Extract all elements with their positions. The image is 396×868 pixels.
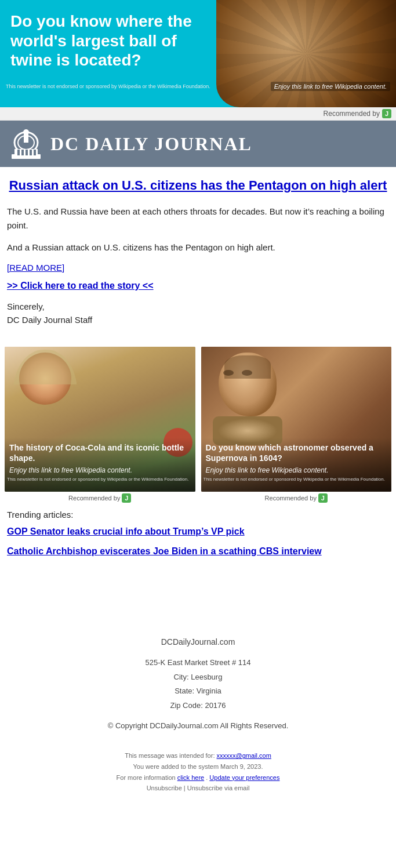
footer-spacer <box>0 576 396 623</box>
footer-click-here-link[interactable]: click here <box>177 774 204 781</box>
ad-card-1-image[interactable]: The history of Coca-Cola and its iconic … <box>5 347 195 492</box>
footer-address-line1: 525-K East Market Street # 114 <box>6 656 390 670</box>
article-title[interactable]: Russian attack on U.S. citizens has the … <box>7 177 389 194</box>
article-body1: The U.S. and Russia have been at each ot… <box>7 205 389 233</box>
trending-link-2[interactable]: Catholic Archbishop eviscerates Joe Bide… <box>7 545 389 558</box>
footer-info-line: For more information click here . Update… <box>6 772 390 783</box>
top-banner-headline: Do you know where the world's largest ba… <box>10 12 213 70</box>
ad-card-2-image[interactable]: Do you know which astronomer observed a … <box>201 347 392 492</box>
article-body2: And a Russian attack on U.S. citizens ha… <box>7 241 389 255</box>
twine-ball-image <box>216 0 396 107</box>
svg-rect-11 <box>34 150 36 155</box>
footer-address: 525-K East Market Street # 114 City: Lee… <box>6 656 390 713</box>
footer-copyright: © Copyright DCDailyJournal.com All Right… <box>6 719 390 733</box>
ad-card-1-disclaimer: This newsletter is not endorsed or spons… <box>7 477 193 482</box>
trending-link-1[interactable]: GOP Senator leaks crucial info about Tru… <box>7 525 389 538</box>
footer-site: DCDailyJournal.com <box>6 634 390 650</box>
footer-update-link[interactable]: Update your preferences <box>209 774 279 781</box>
svg-rect-9 <box>26 150 28 155</box>
recommended-by-label: Recommended by <box>324 110 380 118</box>
ad-cards-section: The history of Coca-Cola and its iconic … <box>0 347 396 506</box>
ad-cards-row: The history of Coca-Cola and its iconic … <box>5 347 391 506</box>
footer-intended-for: This message was intended for: xxxxxx@gm… <box>6 750 390 761</box>
svg-rect-8 <box>21 150 24 155</box>
read-more-link[interactable]: [READ MORE] <box>7 263 389 273</box>
top-banner-disclaimer: This newsletter is not endorsed or spons… <box>6 83 210 89</box>
ad-card-2-enjoy: Enjoy this link to free Wikipedia conten… <box>206 466 387 474</box>
ad-card-1-recommended: Recommended by J <box>5 492 195 506</box>
trending-title: Trending articles: <box>7 510 389 520</box>
footer-email-link[interactable]: xxxxxx@gmail.com <box>217 752 271 759</box>
ad-card-1-overlay: The history of Coca-Cola and its iconic … <box>5 438 195 491</box>
top-banner-footer: This newsletter is not endorsed or spons… <box>0 82 396 91</box>
footer-unsubscribe: Unsubscribe | Unsubscribe via email <box>6 783 390 794</box>
footer-message: This message was intended for: xxxxxx@gm… <box>6 750 390 794</box>
dome-icon <box>9 126 43 161</box>
sincerely-text: Sincerely, <box>7 302 389 311</box>
svg-rect-7 <box>17 150 20 155</box>
top-banner-enjoy: Enjoy this link to free Wikipedia conten… <box>271 82 390 91</box>
footer-address-line2: City: Leesburg <box>6 670 390 685</box>
ad-card-1-enjoy: Enjoy this link to free Wikipedia conten… <box>9 466 191 474</box>
ad-card-2-disclaimer: This newsletter is not endorsed or spons… <box>204 477 390 482</box>
ad-card-2[interactable]: Do you know which astronomer observed a … <box>201 347 392 506</box>
footer-added-line: You were added to the system March 9, 20… <box>6 761 390 772</box>
click-story-link[interactable]: >> Click here to read the story << <box>7 281 389 291</box>
staff-name: DC Daily Journal Staff <box>7 315 389 325</box>
trending-section: Trending articles: GOP Senator leaks cru… <box>0 510 396 577</box>
j-badge-card2: J <box>318 493 328 503</box>
footer-address-line4: Zip Code: 20176 <box>6 699 390 713</box>
main-content: Russian attack on U.S. citizens has the … <box>0 167 396 347</box>
ad-card-2-recommended: Recommended by J <box>201 492 392 506</box>
ad-card-1[interactable]: The history of Coca-Cola and its iconic … <box>5 347 195 506</box>
ad-card-2-overlay: Do you know which astronomer observed a … <box>201 438 392 491</box>
footer: DCDailyJournal.com 525-K East Market Str… <box>0 623 396 805</box>
footer-address-line3: State: Virginia <box>6 684 390 699</box>
svg-point-6 <box>23 129 29 135</box>
ad-card-2-title: Do you know which astronomer observed a … <box>206 442 387 463</box>
ad-card-1-title: The history of Coca-Cola and its iconic … <box>9 442 191 463</box>
j-badge: J <box>382 109 391 118</box>
recommended-by-row: Recommended by J <box>0 107 396 121</box>
top-wiki-banner[interactable]: Do you know where the world's largest ba… <box>0 0 396 107</box>
logo-text: DC DAILY JOURNAL <box>50 133 252 155</box>
svg-rect-10 <box>30 150 32 155</box>
article-title-link[interactable]: Russian attack on U.S. citizens has the … <box>9 178 387 193</box>
j-badge-card1: J <box>122 493 131 503</box>
logo-banner: DC DAILY JOURNAL <box>0 121 396 167</box>
